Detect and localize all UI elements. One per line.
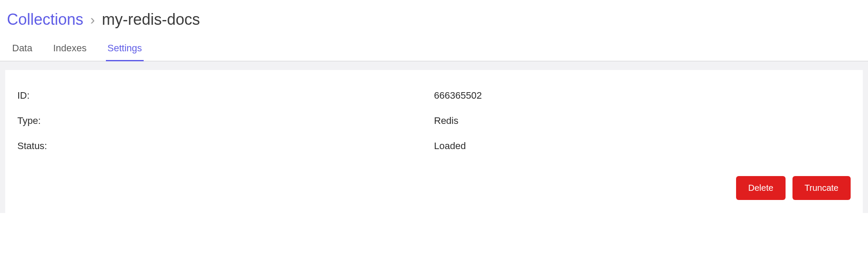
chevron-right-icon: › <box>90 12 95 28</box>
breadcrumb-current: my-redis-docs <box>102 10 200 29</box>
tab-settings[interactable]: Settings <box>106 37 144 61</box>
id-label: ID: <box>17 90 434 101</box>
settings-panel: ID: 666365502 Type: Redis Status: Loaded… <box>5 70 863 213</box>
field-status: Status: Loaded <box>17 133 851 159</box>
delete-button[interactable]: Delete <box>736 176 786 200</box>
field-type: Type: Redis <box>17 108 851 133</box>
tab-data[interactable]: Data <box>10 37 34 61</box>
tabs: Data Indexes Settings <box>0 37 868 61</box>
status-label: Status: <box>17 140 434 152</box>
truncate-button[interactable]: Truncate <box>792 176 851 200</box>
breadcrumb-root-link[interactable]: Collections <box>7 10 83 29</box>
type-label: Type: <box>17 115 434 127</box>
type-value: Redis <box>434 115 851 127</box>
id-value: 666365502 <box>434 90 851 101</box>
field-id: ID: 666365502 <box>17 83 851 108</box>
actions-row: Delete Truncate <box>17 176 851 200</box>
tab-indexes[interactable]: Indexes <box>51 37 88 61</box>
status-value: Loaded <box>434 140 851 152</box>
breadcrumb: Collections › my-redis-docs <box>0 0 868 37</box>
